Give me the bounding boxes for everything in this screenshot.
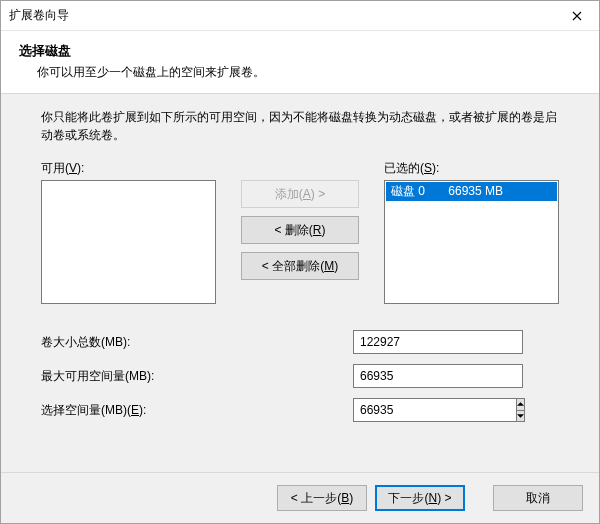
remove-button[interactable]: < 删除(R) [241, 216, 359, 244]
selected-column: 已选的(S): 磁盘 0 66935 MB [384, 160, 559, 304]
total-size-row: 卷大小总数(MB): 122927 [41, 330, 559, 354]
max-size-value: 66935 [353, 364, 523, 388]
spin-up-button[interactable] [517, 399, 524, 411]
total-size-label: 卷大小总数(MB): [41, 334, 353, 351]
transfer-buttons: 添加(A) > < 删除(R) < 全部删除(M) [230, 180, 370, 280]
selected-listbox[interactable]: 磁盘 0 66935 MB [384, 180, 559, 304]
back-button[interactable]: < 上一步(B) [277, 485, 367, 511]
wizard-header: 选择磁盘 你可以用至少一个磁盘上的空间来扩展卷。 [1, 31, 599, 94]
select-size-spinner [353, 398, 523, 422]
wizard-window: 扩展卷向导 选择磁盘 你可以用至少一个磁盘上的空间来扩展卷。 你只能将此卷扩展到… [0, 0, 600, 524]
disk-selection-row: 可用(V): 添加(A) > < 删除(R) < 全部删除(M) 已选的(S): [41, 160, 559, 304]
wizard-footer: < 上一步(B) 下一步(N) > 取消 [1, 472, 599, 523]
close-button[interactable] [554, 1, 599, 31]
select-size-label: 选择空间量(MB)(E): [41, 402, 353, 419]
add-button[interactable]: 添加(A) > [241, 180, 359, 208]
close-icon [572, 11, 582, 21]
page-subheading: 你可以用至少一个磁盘上的空间来扩展卷。 [19, 64, 581, 81]
select-size-row: 选择空间量(MB)(E): [41, 398, 559, 422]
window-title: 扩展卷向导 [9, 7, 69, 24]
max-size-label: 最大可用空间量(MB): [41, 368, 353, 385]
wizard-content: 你只能将此卷扩展到如下所示的可用空间，因为不能将磁盘转换为动态磁盘，或者被扩展的… [1, 94, 599, 472]
remove-all-button[interactable]: < 全部删除(M) [241, 252, 359, 280]
available-label: 可用(V): [41, 160, 216, 177]
selected-label: 已选的(S): [384, 160, 559, 177]
next-button[interactable]: 下一步(N) > [375, 485, 465, 511]
list-item[interactable]: 磁盘 0 66935 MB [386, 182, 557, 201]
available-column: 可用(V): [41, 160, 216, 304]
titlebar: 扩展卷向导 [1, 1, 599, 31]
chevron-up-icon [517, 402, 524, 406]
cancel-button[interactable]: 取消 [493, 485, 583, 511]
spinner-buttons [516, 398, 525, 422]
select-size-input[interactable] [353, 398, 516, 422]
total-size-value: 122927 [353, 330, 523, 354]
spin-down-button[interactable] [517, 411, 524, 422]
available-listbox[interactable] [41, 180, 216, 304]
size-fields: 卷大小总数(MB): 122927 最大可用空间量(MB): 66935 选择空… [41, 330, 559, 422]
chevron-down-icon [517, 414, 524, 418]
instruction-text: 你只能将此卷扩展到如下所示的可用空间，因为不能将磁盘转换为动态磁盘，或者被扩展的… [41, 108, 559, 144]
page-heading: 选择磁盘 [19, 43, 581, 60]
max-size-row: 最大可用空间量(MB): 66935 [41, 364, 559, 388]
